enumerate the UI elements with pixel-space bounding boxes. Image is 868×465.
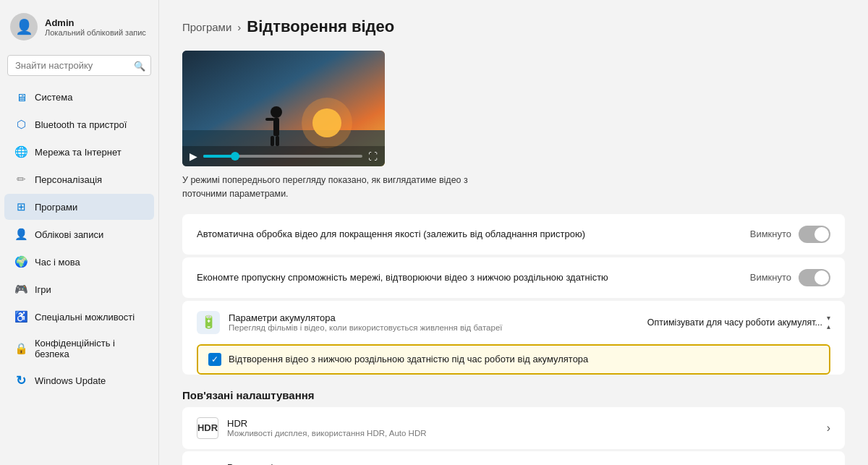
checkbox-battery[interactable]: ✓: [208, 353, 221, 366]
personalization-icon: ✏: [14, 173, 27, 186]
status-text-quality: Вимкнуто: [750, 229, 791, 239]
battery-params-section: 🔋 Параметри акумулятора Перегляд фільмів…: [182, 301, 845, 375]
sidebar-item-network[interactable]: 🌐 Мережа та Інтернет: [4, 139, 154, 165]
battery-icon: 🔋: [197, 311, 220, 334]
related-hdr-desc: Можливості дисплея, використання HDR, Au…: [227, 429, 427, 438]
related-settings: Пов'язані налаштування HDR HDR Можливост…: [182, 389, 845, 466]
accounts-icon: 👤: [14, 228, 27, 241]
setting-right-bandwidth: Вимкнуто: [750, 269, 830, 286]
hdr-icon-label: HDR: [197, 422, 218, 433]
user-icon: 👤: [15, 18, 33, 35]
battery-dropdown[interactable]: ▾ ▴: [827, 314, 830, 330]
play-button[interactable]: ▶: [190, 150, 197, 162]
nav-items: 🖥 Система ⬡ Bluetooth та пристрої 🌐 Мере…: [0, 83, 158, 394]
related-item-display[interactable]: 🖥 Розширені параметри екрана Відомості п…: [182, 451, 845, 466]
related-display-name: Розширені параметри екрана: [227, 462, 383, 465]
apps-icon: ⊞: [14, 200, 27, 213]
network-icon: 🌐: [14, 145, 27, 158]
sidebar-item-label: Ігри: [35, 284, 51, 295]
checkbox-label-battery: Відтворення відео з нижчою роздільною зд…: [229, 354, 588, 364]
svg-point-4: [271, 106, 282, 118]
user-info: Admin Локальний обліковий запис: [45, 17, 146, 37]
setting-right-quality: Вимкнуто: [750, 226, 830, 243]
search-icon: 🔍: [134, 60, 145, 71]
related-item-hdr-left: HDR HDR Можливості дисплея, використання…: [197, 417, 427, 439]
sidebar-item-system[interactable]: 🖥 Система: [4, 84, 154, 110]
progress-bar[interactable]: [203, 155, 362, 158]
sidebar-item-label: Мережа та Інтернет: [35, 147, 122, 158]
battery-right: Оптимізувати для часу роботи акумулят...…: [647, 314, 830, 330]
windows-update-icon: ↻: [14, 374, 27, 387]
main-content: Програми › Відтворення відео: [159, 0, 868, 465]
toggle-knob-quality: [814, 227, 829, 242]
sidebar-item-time[interactable]: 🌍 Час і мова: [4, 249, 154, 275]
battery-header: 🔋 Параметри акумулятора Перегляд фільмів…: [182, 301, 845, 344]
battery-title: Параметри акумулятора: [229, 312, 503, 323]
gaming-icon: 🎮: [14, 283, 27, 296]
toggle-quality[interactable]: [799, 226, 830, 243]
sidebar-item-label: Bluetooth та пристрої: [35, 119, 127, 130]
sidebar-item-accessibility[interactable]: ♿ Спеціальні можливості: [4, 304, 154, 330]
related-display-text: Розширені параметри екрана Відомості про…: [227, 462, 383, 465]
sidebar-item-privacy[interactable]: 🔒 Конфіденційність і безпека: [4, 331, 154, 366]
sidebar-item-label: Облікові записи: [35, 229, 103, 240]
related-hdr-text: HDR Можливості дисплея, використання HDR…: [227, 418, 427, 438]
sidebar: 👤 Admin Локальний обліковий запис 🔍 🖥 Си…: [0, 0, 159, 465]
bluetooth-icon: ⬡: [14, 118, 27, 131]
related-hdr-name: HDR: [227, 418, 427, 429]
sidebar-item-label: Windows Update: [35, 375, 106, 386]
breadcrumb-parent[interactable]: Програми: [182, 21, 231, 33]
related-title: Пов'язані налаштування: [182, 389, 845, 401]
sidebar-item-label: Програми: [35, 202, 77, 213]
video-preview: ▶ ⛶: [182, 51, 385, 166]
sidebar-item-label: Конфіденційність і безпека: [35, 338, 144, 359]
sidebar-item-label: Система: [35, 92, 72, 103]
time-icon: 🌍: [14, 255, 27, 268]
search-box[interactable]: 🔍: [7, 55, 151, 76]
toggle-bandwidth[interactable]: [799, 269, 830, 286]
battery-dropdown-value: Оптимізувати для часу роботи акумулят...: [647, 317, 822, 328]
setting-label-bandwidth: Економте пропускну спроможність мережі, …: [197, 272, 608, 283]
fullscreen-button[interactable]: ⛶: [368, 151, 378, 162]
status-text-bandwidth: Вимкнуто: [750, 272, 791, 283]
video-controls: ▶ ⛶: [182, 146, 385, 166]
breadcrumb: Програми › Відтворення відео: [182, 17, 845, 36]
chevron-right-icon: ›: [827, 422, 830, 435]
sidebar-item-personalization[interactable]: ✏ Персоналізація: [4, 166, 154, 192]
page-title: Відтворення відео: [247, 17, 394, 36]
battery-subtitle: Перегляд фільмів і відео, коли використо…: [229, 323, 503, 332]
battery-text: Параметри акумулятора Перегляд фільмів і…: [229, 312, 503, 332]
chevron-up-icon: ▴: [827, 323, 830, 330]
accessibility-icon: ♿: [14, 310, 27, 323]
toggle-knob-bandwidth: [814, 270, 829, 285]
sidebar-item-label: Спеціальні можливості: [35, 312, 135, 323]
svg-rect-8: [271, 136, 274, 146]
display-icon: 🖥: [197, 461, 218, 466]
battery-left: 🔋 Параметри акумулятора Перегляд фільмів…: [197, 311, 503, 334]
search-input[interactable]: [7, 55, 151, 76]
svg-rect-9: [276, 136, 279, 146]
sidebar-item-bluetooth[interactable]: ⬡ Bluetooth та пристрої: [4, 111, 154, 137]
chevron-down-icon: ▾: [827, 314, 830, 322]
breadcrumb-separator: ›: [237, 21, 241, 33]
setting-row-quality: Автоматична обробка відео для покращення…: [182, 214, 845, 255]
sidebar-item-apps[interactable]: ⊞ Програми: [4, 194, 154, 220]
related-item-hdr[interactable]: HDR HDR Можливості дисплея, використання…: [182, 407, 845, 449]
sidebar-item-accounts[interactable]: 👤 Облікові записи: [4, 221, 154, 247]
related-item-display-left: 🖥 Розширені параметри екрана Відомості п…: [197, 461, 383, 466]
sidebar-item-gaming[interactable]: 🎮 Ігри: [4, 276, 154, 302]
privacy-icon: 🔒: [14, 342, 27, 355]
avatar: 👤: [10, 13, 38, 40]
sidebar-item-windows-update[interactable]: ↻ Windows Update: [4, 367, 154, 393]
checkbox-row-battery: ✓ Відтворення відео з нижчою роздільною …: [197, 344, 830, 375]
video-caption: У режимі попереднього перегляду показано…: [182, 174, 486, 201]
user-name: Admin: [45, 17, 146, 28]
svg-rect-5: [273, 118, 279, 136]
user-profile: 👤 Admin Локальний обліковий запис: [0, 0, 158, 51]
svg-point-3: [302, 98, 352, 148]
setting-row-bandwidth: Економте пропускну спроможність мережі, …: [182, 257, 845, 298]
checkmark-icon: ✓: [211, 354, 218, 364]
hdr-icon: HDR: [197, 417, 218, 439]
user-role: Локальний обліковий запис: [45, 28, 146, 37]
setting-label-quality: Автоматична обробка відео для покращення…: [197, 229, 585, 239]
